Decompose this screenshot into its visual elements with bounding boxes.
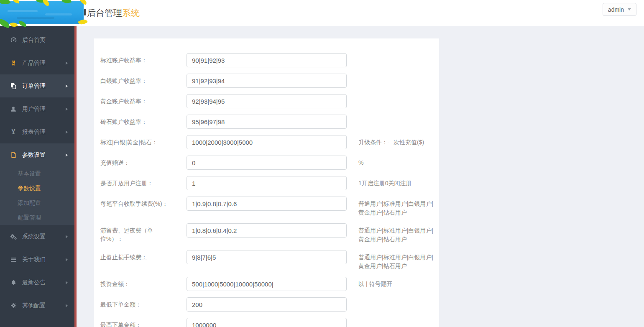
sidebar-item-label: 其他配置: [22, 302, 66, 309]
sidebar-item-about[interactable]: 关于我们: [0, 248, 74, 271]
cloud-decoration: [45, 13, 72, 15]
form-row: 标准账户收益率：: [100, 53, 439, 67]
field-label: 标准|白银|黄金|钻石：: [100, 135, 187, 146]
field-hint: 普通用户|标准用户|白银用户|黄金用户|钻石用户: [358, 250, 434, 271]
sidebar-item-label: 参数设置: [22, 151, 66, 159]
leaf-decoration: [78, 18, 88, 27]
field-hint: %: [358, 156, 434, 167]
chevron-right-icon: [66, 235, 68, 238]
file-icon: [9, 152, 18, 158]
chevron-right-icon: [66, 258, 68, 261]
chevron-right-icon: [66, 84, 68, 88]
field-label: 是否开放用户注册：: [100, 176, 187, 187]
main-content: 标准账户收益率： 白银账户收益率： 黄金账户收益率： 砖石账户收益率： 标准|白…: [77, 26, 644, 327]
form-row: 充值赠送： %: [100, 156, 439, 170]
cloud-decoration: [17, 17, 54, 19]
field-input[interactable]: [187, 115, 347, 129]
chevron-right-icon: [66, 281, 68, 284]
field-hint: [358, 53, 434, 56]
form-row: 标准|白银|黄金|钻石： 升级条件：一次性充值($): [100, 135, 439, 149]
field-input[interactable]: [187, 53, 347, 67]
sidebar-item-home[interactable]: 后台首页: [0, 28, 74, 51]
header: 后台管理系统 admin: [0, 0, 644, 26]
field-input[interactable]: [187, 135, 347, 149]
logo-image: [0, 1, 84, 24]
field-input[interactable]: [187, 250, 347, 264]
sidebar-item-notice[interactable]: 最新公告: [0, 271, 74, 294]
sidebar-subitem-param-settings[interactable]: 参数设置: [0, 181, 74, 196]
field-input[interactable]: [187, 94, 347, 108]
form-row: 白银账户收益率：: [100, 74, 439, 88]
field-input[interactable]: [187, 197, 347, 211]
field-input[interactable]: [187, 297, 347, 312]
sidebar-item-label: 订单管理: [22, 82, 66, 90]
field-input[interactable]: [187, 176, 347, 190]
field-hint: 普通用户|标准用户|白银用户|黄金用户|钻石用户: [358, 197, 434, 217]
form-row: 止盈止损手续费： 普通用户|标准用户|白银用户|黄金用户|钻石用户: [100, 250, 439, 271]
form-row: 最低下单金额：: [100, 297, 439, 312]
sidebar-menu: 后台首页 产品管理 订单管理 用户管理 ¥ 报表管理 参数设置 基本设置 参数设…: [0, 26, 74, 317]
form-row: 每笔平台收取手续费(%)： 普通用户|标准用户|白银用户|黄金用户|钻石用户: [100, 197, 439, 217]
field-input[interactable]: [187, 277, 347, 291]
form-row: 最高下单金额：: [100, 318, 439, 327]
form-row: 砖石账户收益率：: [100, 115, 439, 129]
field-label: 止盈止损手续费：: [100, 250, 187, 261]
leaf-decoration: [0, 0, 10, 6]
field-hint: 以 | 符号隔开: [358, 277, 434, 289]
leaf-decoration: [41, 0, 51, 6]
field-label: 白银账户收益率：: [100, 74, 187, 85]
sidebar-item-reports[interactable]: ¥ 报表管理: [0, 120, 74, 143]
yen-icon: ¥: [9, 128, 18, 136]
dashboard-icon: [9, 36, 18, 43]
sidebar-subitem-basic[interactable]: 基本设置: [0, 166, 74, 181]
copy-icon: [9, 83, 18, 89]
sidebar-item-users[interactable]: 用户管理: [0, 97, 74, 120]
field-hint: 升级条件：一次性充值($): [358, 135, 434, 147]
leaf-decoration: [12, 0, 20, 4]
form-row: 黄金账户收益率：: [100, 94, 439, 108]
page-title: 后台管理系统: [87, 0, 140, 26]
chevron-right-icon: [66, 130, 68, 134]
sidebar-subitem-add-config[interactable]: 添加配置: [0, 196, 74, 210]
menu-icon: [9, 256, 18, 263]
sidebar-subitem-config-manage[interactable]: 配置管理: [0, 210, 74, 225]
chevron-right-icon: [66, 107, 68, 111]
field-label: 充值赠送：: [100, 156, 187, 167]
sidebar-item-label: 产品管理: [22, 59, 66, 67]
sidebar-item-other[interactable]: 其他配置: [0, 294, 74, 317]
sidebar-item-params[interactable]: 参数设置: [0, 143, 74, 166]
field-input[interactable]: [187, 318, 347, 327]
sidebar-subitem-label: 配置管理: [18, 214, 41, 221]
sidebar-item-products[interactable]: 产品管理: [0, 51, 74, 74]
field-label: 标准账户收益率：: [100, 53, 187, 64]
sidebar-item-label: 报表管理: [22, 128, 66, 136]
field-input[interactable]: [187, 223, 347, 238]
field-label: 最高下单金额：: [100, 318, 187, 327]
chevron-right-icon: [66, 304, 68, 307]
field-input[interactable]: [187, 156, 347, 170]
field-hint: [358, 297, 434, 300]
field-hint: [358, 74, 434, 77]
sidebar: 后台首页 产品管理 订单管理 用户管理 ¥ 报表管理 参数设置 基本设置 参数设…: [0, 26, 74, 327]
field-hint: [358, 94, 434, 97]
field-hint: 普通用户|标准用户|白银用户|黄金用户|钻石用户: [358, 223, 434, 244]
settings-panel: 标准账户收益率： 白银账户收益率： 黄金账户收益率： 砖石账户收益率： 标准|白…: [94, 38, 439, 327]
sidebar-item-label: 系统设置: [22, 233, 66, 240]
gear-icon: [9, 302, 18, 309]
page-title-highlight: 系统: [122, 8, 140, 18]
bitcoin-icon: [9, 60, 18, 66]
settings-form: 标准账户收益率： 白银账户收益率： 黄金账户收益率： 砖石账户收益率： 标准|白…: [100, 53, 439, 327]
form-row: 是否开放用户注册： 1开启注册0关闭注册: [100, 176, 439, 190]
sidebar-expanded-section: 参数设置 基本设置 参数设置 添加配置 配置管理: [0, 143, 74, 225]
sidebar-item-system[interactable]: 系统设置: [0, 225, 74, 248]
admin-label: admin: [608, 6, 624, 13]
sidebar-item-orders[interactable]: 订单管理: [0, 74, 74, 97]
bell-icon: [9, 279, 18, 286]
field-hint: [358, 115, 434, 118]
field-label: 最低下单金额：: [100, 297, 187, 309]
field-input[interactable]: [187, 74, 347, 88]
admin-dropdown[interactable]: admin: [603, 3, 636, 16]
sidebar-item-label: 最新公告: [22, 279, 66, 286]
field-label: 投资金额：: [100, 277, 187, 288]
chevron-right-icon: [66, 61, 68, 65]
